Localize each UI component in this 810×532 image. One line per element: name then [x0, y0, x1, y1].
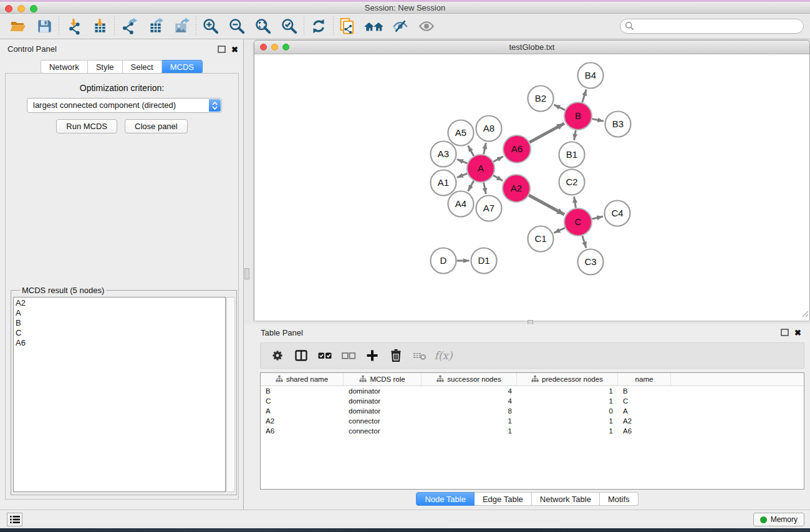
edge-C-C2[interactable]: [574, 196, 576, 208]
table-mode-icon[interactable]: [289, 345, 313, 366]
node-B4[interactable]: B4: [578, 63, 604, 89]
titlebar[interactable]: Session: New Session: [0, 2, 810, 14]
edge-A-A4[interactable]: [468, 181, 474, 191]
result-list-scrollbar[interactable]: [226, 297, 235, 492]
result-item[interactable]: C: [16, 328, 223, 338]
node-A1[interactable]: A1: [431, 170, 456, 196]
tab-mcds[interactable]: MCDS: [162, 60, 203, 74]
hide-details-icon[interactable]: [387, 16, 413, 37]
table-cell[interactable]: 4: [422, 386, 517, 396]
table-cell[interactable]: 1: [517, 416, 618, 426]
table-cell[interactable]: connector: [344, 416, 422, 426]
export-table-icon[interactable]: [142, 16, 168, 37]
table-cell[interactable]: 1: [517, 426, 618, 436]
table-cell[interactable]: dominator: [344, 386, 422, 396]
import-network-icon[interactable]: [60, 16, 87, 37]
deselect-all-icon[interactable]: [337, 345, 360, 366]
network-file-icon[interactable]: [335, 16, 361, 37]
tab-network[interactable]: Network: [41, 60, 88, 74]
node-C[interactable]: C: [564, 208, 592, 236]
open-folder-icon[interactable]: [5, 16, 31, 37]
close-panel-button[interactable]: Close panel: [125, 119, 188, 133]
network-graph[interactable]: B4 B2 B B3 A8 A5 A6 A3 B1 A C2 A1 A2: [254, 55, 809, 321]
node-C3[interactable]: C3: [578, 249, 604, 275]
tab-style[interactable]: Style: [88, 60, 123, 74]
table-row[interactable]: A2connector11A2: [261, 416, 804, 426]
zoom-out-icon[interactable]: [224, 16, 250, 37]
vertical-splitter-handle[interactable]: [244, 268, 249, 279]
home-icon[interactable]: [361, 16, 387, 37]
node-A3[interactable]: A3: [431, 142, 456, 167]
node-A5[interactable]: A5: [448, 120, 474, 146]
network-canvas[interactable]: B4 B2 B B3 A8 A5 A6 A3 B1 A C2 A1 A2: [254, 55, 809, 321]
table-row[interactable]: Adominator80A: [261, 406, 804, 416]
table-cell[interactable]: C: [618, 396, 671, 406]
table-cell[interactable]: A2: [261, 416, 344, 426]
edge-A2-C[interactable]: [529, 195, 564, 215]
show-details-icon[interactable]: [413, 16, 440, 37]
table-cell[interactable]: A2: [618, 416, 671, 426]
table-cell[interactable]: connector: [344, 426, 422, 436]
column-header-shared-name[interactable]: shared name: [261, 373, 344, 385]
save-icon[interactable]: [31, 16, 57, 37]
table-cell[interactable]: A6: [618, 426, 671, 436]
edge-B-B3[interactable]: [592, 119, 604, 122]
export-image-icon[interactable]: [168, 16, 195, 37]
run-mcds-button[interactable]: Run MCDS: [56, 119, 117, 133]
table-cell[interactable]: 0: [517, 406, 618, 416]
edge-A-A7[interactable]: [484, 183, 486, 195]
add-column-icon[interactable]: [360, 345, 384, 366]
select-all-icon[interactable]: [313, 345, 337, 366]
column-header-successor-nodes[interactable]: successor nodes: [422, 373, 517, 385]
task-history-button[interactable]: [7, 513, 22, 526]
edge-A-A1[interactable]: [457, 173, 468, 177]
node-B[interactable]: B: [564, 102, 592, 130]
column-header-predecessor-nodes[interactable]: predecessor nodes: [517, 373, 618, 385]
table-cell[interactable]: B: [261, 386, 344, 396]
node-D1[interactable]: D1: [471, 248, 497, 274]
table-cell[interactable]: C: [261, 396, 344, 406]
close-panel-icon[interactable]: ✖: [794, 329, 801, 337]
edge-A-A6[interactable]: [493, 157, 503, 162]
search-input[interactable]: [620, 19, 804, 34]
network-window-titlebar[interactable]: testGlobe.txt: [254, 41, 809, 54]
column-header-MCDS-role[interactable]: MCDS role: [344, 373, 422, 385]
table-cell[interactable]: 1: [422, 416, 517, 426]
node-A6[interactable]: A6: [503, 135, 531, 163]
edge-A-A2[interactable]: [493, 175, 503, 181]
node-B1[interactable]: B1: [559, 142, 585, 168]
edge-A6-B[interactable]: [529, 123, 564, 142]
edge-B-B1[interactable]: [574, 130, 576, 140]
node-A2[interactable]: A2: [503, 175, 530, 202]
table-cell[interactable]: 1: [517, 386, 618, 396]
edge-A-A8[interactable]: [484, 143, 486, 155]
edge-C-C1[interactable]: [554, 228, 565, 233]
network-view-window[interactable]: testGlobe.txt B4 B2 B B3 A8 A5 A6 A3 B1: [254, 40, 810, 321]
result-item[interactable]: B: [16, 318, 223, 328]
zoom-fit-icon[interactable]: [250, 16, 276, 37]
result-item[interactable]: A6: [16, 338, 223, 348]
node-D[interactable]: D: [431, 248, 456, 274]
node-C1[interactable]: C1: [528, 226, 554, 252]
table-row[interactable]: A6connector11A6: [261, 426, 804, 436]
delete-column-icon[interactable]: [384, 345, 408, 366]
table-cell[interactable]: 8: [422, 406, 517, 416]
edge-C-C3[interactable]: [582, 236, 586, 248]
float-panel-icon[interactable]: [218, 44, 226, 56]
edge-B-B4[interactable]: [582, 90, 586, 103]
node-C4[interactable]: C4: [605, 201, 630, 226]
column-header-name[interactable]: name: [618, 373, 671, 385]
node-B2[interactable]: B2: [528, 86, 554, 112]
zoom-selected-icon[interactable]: [276, 16, 302, 37]
table-cell[interactable]: A: [261, 406, 344, 416]
tab-node-table[interactable]: Node Table: [416, 492, 475, 506]
close-panel-icon[interactable]: ✖: [231, 46, 238, 54]
refresh-icon[interactable]: [306, 16, 332, 37]
node-A8[interactable]: A8: [476, 116, 502, 142]
table-row[interactable]: Bdominator41B: [261, 386, 804, 396]
table-cell[interactable]: dominator: [344, 406, 422, 416]
table-row[interactable]: Cdominator41C: [261, 396, 804, 406]
tab-select[interactable]: Select: [123, 60, 162, 74]
node-A4[interactable]: A4: [448, 191, 474, 217]
node-B3[interactable]: B3: [605, 112, 631, 137]
